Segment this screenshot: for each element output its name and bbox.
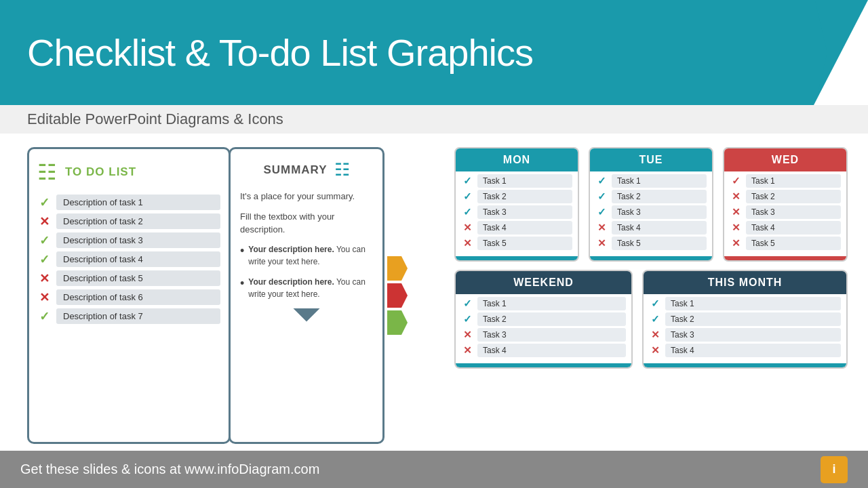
tue-label-5: Task 5 bbox=[612, 237, 707, 250]
task-label-1: Description of task 1 bbox=[56, 195, 220, 210]
mon-check-2: ✓ bbox=[461, 190, 473, 203]
task-check-7: ✓ bbox=[37, 309, 51, 324]
bullet1-bold: Your description here. bbox=[248, 245, 334, 254]
subtitle-bar: Editable PowerPoint Diagrams & Icons bbox=[0, 105, 868, 134]
left-section: ☷ TO DO LIST ✓ Description of task 1 ✕ D… bbox=[27, 147, 441, 444]
day-card-weekend: WEEKEND ✓ Task 1 ✓ Task 2 ✕ Task 3 bbox=[454, 270, 633, 369]
thismonth-check-2: ✓ bbox=[649, 313, 661, 325]
tue-label-2: Task 2 bbox=[612, 190, 707, 203]
task-check-6: ✕ bbox=[37, 290, 51, 305]
arrow-tab-orange bbox=[387, 256, 408, 281]
weekend-label-3: Task 3 bbox=[477, 328, 626, 342]
summary-bullet1-text: Your description here. You can write you… bbox=[248, 243, 373, 268]
arrow-tabs bbox=[387, 147, 408, 444]
todo-card-header: ☷ TO DO LIST bbox=[37, 159, 220, 185]
day-card-mon: MON ✓ Task 1 ✓ Task 2 ✓ Task 3 bbox=[454, 147, 579, 262]
right-section: MON ✓ Task 1 ✓ Task 2 ✓ Task 3 bbox=[454, 147, 848, 444]
day-tasks-thismonth: ✓ Task 1 ✓ Task 2 ✕ Task 3 ✕ Task 4 bbox=[644, 294, 846, 363]
wed-label-2: Task 2 bbox=[746, 190, 841, 203]
header-banner: Checklist & To-do List Graphics bbox=[0, 0, 868, 105]
main-content: ☷ TO DO LIST ✓ Description of task 1 ✕ D… bbox=[0, 134, 868, 451]
mon-label-3: Task 3 bbox=[477, 205, 572, 219]
mon-label-2: Task 2 bbox=[477, 190, 572, 203]
task-check-3: ✓ bbox=[37, 233, 51, 248]
task-label-4: Description of task 4 bbox=[56, 251, 220, 267]
tue-footer-bar bbox=[590, 256, 712, 260]
footer: Get these slides & icons at www.infoDiag… bbox=[0, 451, 868, 488]
tue-task-5: ✕ Task 5 bbox=[595, 237, 707, 250]
thismonth-task-2: ✓ Task 2 bbox=[649, 312, 841, 326]
task-check-5: ✕ bbox=[37, 271, 51, 286]
task-row-5: ✕ Description of task 5 bbox=[37, 270, 220, 286]
summary-bottom-arrow bbox=[293, 308, 320, 322]
mon-task-5: ✕ Task 5 bbox=[461, 237, 572, 250]
task-row-2: ✕ Description of task 2 bbox=[37, 214, 220, 229]
thismonth-task-3: ✕ Task 3 bbox=[649, 328, 841, 342]
thismonth-check-3: ✕ bbox=[649, 329, 661, 341]
task-label-7: Description of task 7 bbox=[56, 308, 220, 324]
bullet2-bold: Your description here. bbox=[248, 277, 334, 287]
task-check-2: ✕ bbox=[37, 214, 51, 229]
day-tasks-tue: ✓ Task 1 ✓ Task 2 ✓ Task 3 ✕ Task 4 bbox=[590, 171, 712, 256]
thismonth-task-1: ✓ Task 1 bbox=[649, 297, 841, 310]
task-row-7: ✓ Description of task 7 bbox=[37, 308, 220, 324]
mon-task-1: ✓ Task 1 bbox=[461, 174, 572, 188]
tue-label-1: Task 1 bbox=[612, 174, 707, 188]
day-header-wed: WED bbox=[724, 148, 846, 171]
task-label-2: Description of task 2 bbox=[56, 214, 220, 229]
footer-text: Get these slides & icons at www.infoDiag… bbox=[20, 462, 319, 477]
wed-check-2: ✕ bbox=[730, 190, 742, 203]
thismonth-label-1: Task 1 bbox=[665, 297, 841, 310]
calendar-row-bottom: WEEKEND ✓ Task 1 ✓ Task 2 ✕ Task 3 bbox=[454, 270, 848, 369]
tue-task-2: ✓ Task 2 bbox=[595, 190, 707, 203]
bullet-dot-1: • bbox=[240, 245, 244, 257]
day-tasks-weekend: ✓ Task 1 ✓ Task 2 ✕ Task 3 ✕ Task 4 bbox=[456, 294, 631, 363]
wed-check-1: ✓ bbox=[730, 175, 742, 187]
subtitle-text: Editable PowerPoint Diagrams & Icons bbox=[27, 110, 283, 127]
summary-title: SUMMARY bbox=[263, 163, 327, 177]
day-card-thismonth: THIS MONTH ✓ Task 1 ✓ Task 2 ✕ Task 3 bbox=[642, 270, 848, 369]
weekend-task-4: ✕ Task 4 bbox=[461, 344, 626, 357]
thismonth-label-4: Task 4 bbox=[665, 344, 841, 357]
todo-list-icon: ☷ bbox=[37, 159, 57, 185]
day-header-tue: TUE bbox=[590, 148, 712, 171]
day-tasks-mon: ✓ Task 1 ✓ Task 2 ✓ Task 3 ✕ Task 4 bbox=[456, 171, 578, 256]
tue-check-5: ✕ bbox=[595, 237, 608, 249]
day-header-mon: MON bbox=[456, 148, 578, 171]
mon-check-5: ✕ bbox=[461, 237, 473, 249]
task-row-6: ✕ Description of task 6 bbox=[37, 289, 220, 305]
tue-check-1: ✓ bbox=[595, 175, 608, 187]
footer-logo: i bbox=[821, 456, 848, 483]
task-check-1: ✓ bbox=[37, 195, 51, 210]
arrow-tab-green bbox=[387, 310, 408, 335]
wed-label-1: Task 1 bbox=[746, 174, 841, 188]
calendar-row-top: MON ✓ Task 1 ✓ Task 2 ✓ Task 3 bbox=[454, 147, 848, 262]
mon-task-3: ✓ Task 3 bbox=[461, 205, 572, 219]
task-row-4: ✓ Description of task 4 bbox=[37, 251, 220, 267]
weekend-label-2: Task 2 bbox=[477, 312, 626, 326]
todo-card: ☷ TO DO LIST ✓ Description of task 1 ✕ D… bbox=[27, 147, 231, 444]
task-check-4: ✓ bbox=[37, 252, 51, 267]
mon-check-1: ✓ bbox=[461, 175, 473, 187]
task-label-6: Description of task 6 bbox=[56, 289, 220, 305]
weekend-footer-bar bbox=[456, 363, 631, 367]
weekend-check-2: ✓ bbox=[461, 313, 473, 325]
summary-card: SUMMARY ☷ It's a place for your summary.… bbox=[229, 147, 384, 444]
wed-check-5: ✕ bbox=[730, 237, 742, 249]
tue-label-3: Task 3 bbox=[612, 205, 707, 219]
thismonth-check-4: ✕ bbox=[649, 344, 661, 357]
weekend-label-1: Task 1 bbox=[477, 297, 626, 310]
weekend-check-1: ✓ bbox=[461, 298, 473, 310]
task-row-3: ✓ Description of task 3 bbox=[37, 232, 220, 248]
wed-task-1: ✓ Task 1 bbox=[730, 174, 841, 188]
weekend-task-2: ✓ Task 2 bbox=[461, 312, 626, 326]
summary-bullet-2: • Your description here. You can write y… bbox=[240, 276, 373, 300]
task-row-1: ✓ Description of task 1 bbox=[37, 195, 220, 210]
mon-task-4: ✕ Task 4 bbox=[461, 221, 572, 235]
wed-task-5: ✕ Task 5 bbox=[730, 237, 841, 250]
mon-label-1: Task 1 bbox=[477, 174, 572, 188]
weekend-check-4: ✕ bbox=[461, 344, 473, 357]
thismonth-check-1: ✓ bbox=[649, 298, 661, 310]
mon-footer-bar bbox=[456, 256, 578, 260]
task-label-5: Description of task 5 bbox=[56, 270, 220, 286]
